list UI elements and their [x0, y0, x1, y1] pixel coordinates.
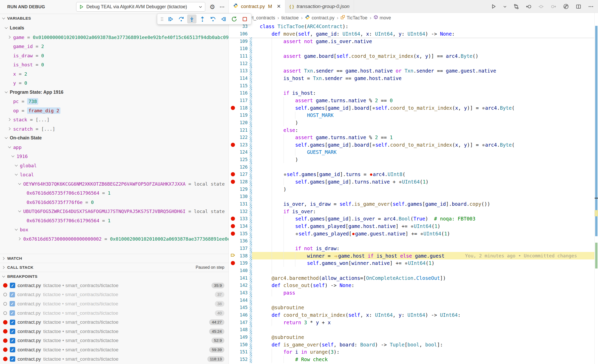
split-editor-button[interactable]	[576, 4, 581, 10]
code-line-118[interactable]: 118 self.games[game_id].board[●self.coor…	[229, 104, 594, 112]
gear-icon[interactable]: ⚙	[209, 4, 215, 10]
breakpoint-checkbox[interactable]: ✓	[10, 320, 15, 325]
code-line-146[interactable]: 146 def coord_to_matrix_index(self, x: U…	[229, 311, 594, 319]
code-line-141[interactable]: 141 @arc4.baremethod(allow_actions=[OnCo…	[229, 274, 594, 282]
tree-row[interactable]: app	[0, 143, 229, 152]
tree-row[interactable]: game_id = 2	[0, 42, 229, 51]
gutter-135[interactable]	[229, 232, 237, 236]
breakpoint-checkbox[interactable]: ✓	[10, 301, 15, 306]
code-line-150[interactable]: 150 def is_game_over(self, board: Board)…	[229, 341, 594, 348]
launch-config-dropdown[interactable]: Debug TEAL via AlgoKit AVM Debugger (tic…	[76, 2, 205, 12]
breakpoint-checkbox[interactable]: ✓	[10, 347, 15, 352]
chevron-right-icon[interactable]	[8, 118, 11, 121]
breakpoint-checkbox[interactable]: ✓	[10, 283, 15, 288]
code-line-33[interactable]: 33class TicTacToe(ARC4Contract):	[229, 23, 594, 30]
gutter-118[interactable]	[229, 106, 237, 110]
tree-row[interactable]: 1916	[0, 152, 229, 161]
navigate-back-button[interactable]	[526, 4, 532, 10]
code-line-136[interactable]: 136	[229, 237, 594, 245]
code-line-124[interactable]: 124 GUEST_MARK	[229, 148, 594, 156]
section-header-call-stack[interactable]: CALL STACK Paused on step	[0, 263, 229, 272]
code-line-128[interactable]: 128 self.games[game_id].turns.native + ●…	[229, 178, 594, 186]
code-line-114[interactable]: 114 is_host = Txn.sender == game.host.na…	[229, 75, 594, 82]
code-line-126[interactable]: 126	[229, 163, 594, 171]
code-line-111[interactable]: 111 assert game.board[self.coord_to_matr…	[229, 52, 594, 60]
breakpoint-checkbox[interactable]: ✓	[10, 338, 15, 343]
code-line-122[interactable]: 122 assert game.turns.native % 2 == 1	[229, 134, 594, 141]
chevron-down-icon[interactable]	[15, 173, 18, 176]
tree-row[interactable]: op = frame_dig 2	[0, 106, 229, 115]
code-line-121[interactable]: 121 else:	[229, 126, 594, 134]
reverse-continue-button[interactable]	[219, 14, 228, 23]
tree-row[interactable]: local	[0, 170, 229, 179]
breadcrumb-item-contract.py[interactable]: contract.py	[305, 15, 334, 21]
tree-row[interactable]: OEYWY64H3D7QK6KCGG6NM2XKKOTZB6BEGZ2P6VAW…	[0, 179, 229, 189]
overview-ruler[interactable]	[594, 13, 598, 364]
code-line-137[interactable]: 137 if not is_draw:	[229, 245, 594, 252]
breakpoint-row[interactable]: ✓contract.pytictactoe • smart_contracts/…	[0, 299, 229, 308]
breakpoint-row[interactable]: ✓contract.pytictactoe • smart_contracts/…	[0, 318, 229, 327]
tree-row[interactable]: 0x67616d65735f776f6e = 0	[0, 198, 229, 207]
code-line-106[interactable]: 106 def move(self, game_id: UInt64, x: U…	[229, 30, 594, 38]
tree-row[interactable]: UBUTQ6FOG5ZWRCI64DUSX7SA6FOGMUJ7STNQVPAJ…	[0, 207, 229, 216]
tree-row[interactable]: box	[0, 225, 229, 234]
code-line-145[interactable]: 145 @subroutine	[229, 304, 594, 311]
breakpoint-checkbox[interactable]: ✓	[10, 329, 15, 334]
tree-row[interactable]: 0x67616d65735f706c61796564 = 1	[0, 216, 229, 225]
chevron-down-icon[interactable]	[5, 136, 8, 140]
code-line-117[interactable]: 117 assert game.turns.native % 2 == 0	[229, 97, 594, 104]
continue-button[interactable]	[166, 14, 175, 23]
run-button[interactable]	[491, 4, 497, 9]
code-line-129[interactable]: 129 )	[229, 185, 594, 193]
breadcrumb-item-TicTacToe[interactable]: TicTacToe	[341, 15, 367, 21]
tree-row[interactable]: game = 0x010000000102010002a0693878ae377…	[0, 33, 229, 42]
breakpoint-row[interactable]: ✓contract.pytictactoe • smart_contracts/…	[0, 345, 229, 354]
gutter-134[interactable]	[229, 224, 237, 228]
code-line-119[interactable]: 119 HOST_MARK	[229, 112, 594, 119]
code-line-134[interactable]: 134 self.games_played[game.host.native] …	[229, 223, 594, 230]
breadcrumb-item-move[interactable]: move	[374, 15, 391, 21]
code-line-116[interactable]: 116 if is_host:	[229, 89, 594, 97]
chevron-down-icon[interactable]	[15, 164, 18, 167]
close-icon[interactable]: ✕	[277, 3, 281, 9]
tree-row[interactable]: 0x67616d65730000000000000002 = 0x0100020…	[0, 234, 229, 244]
gutter-138[interactable]	[229, 253, 237, 258]
tree-row[interactable]: global	[0, 161, 229, 170]
code-line-142[interactable]: 142 def close_out(self) -> None:	[229, 282, 594, 289]
code-line-135[interactable]: 135 ●self.games_played[●game.guest.nativ…	[229, 230, 594, 237]
gutter-127[interactable]	[229, 172, 237, 176]
chevron-down-icon[interactable]	[15, 228, 18, 231]
gutter-139[interactable]	[229, 261, 237, 265]
breakpoint-checkbox[interactable]: ✓	[10, 292, 15, 297]
tree-row[interactable]: On-chain State	[0, 133, 229, 143]
call-graph-button[interactable]	[563, 3, 569, 10]
tree-row[interactable]: is_draw = 0	[0, 51, 229, 60]
restart-button[interactable]	[230, 14, 239, 23]
code-line-143[interactable]: 143 pass	[229, 289, 594, 297]
code-line-152[interactable]: 152 # Row check	[229, 356, 594, 363]
code-area[interactable]: 33class TicTacToe(ARC4Contract):106 def …	[229, 23, 594, 364]
step-into-button[interactable]	[187, 14, 196, 23]
drag-handle[interactable]	[159, 14, 165, 23]
chevron-right-icon[interactable]	[8, 36, 11, 39]
step-over-button[interactable]	[177, 14, 186, 23]
gutter-128[interactable]	[229, 180, 237, 184]
breakpoint-row[interactable]: ✓contract.pytictactoe • smart_contracts/…	[0, 327, 229, 336]
code-line-139[interactable]: 139 self.games_won[winner.native] += ●UI…	[229, 259, 594, 267]
breakpoint-checkbox[interactable]: ✓	[10, 356, 15, 362]
gutter-133[interactable]	[229, 217, 237, 221]
chevron-down-icon[interactable]	[5, 91, 8, 94]
chevron-down-icon[interactable]	[5, 26, 8, 30]
section-header-breakpoints[interactable]: BREAKPOINTS	[0, 272, 229, 281]
step-out-button[interactable]	[198, 14, 207, 23]
breadcrumb-item-tictactoe[interactable]: tictactoe	[281, 15, 299, 21]
code-line-125[interactable]: 125 )	[229, 156, 594, 163]
breakpoint-row[interactable]: ✓contract.pytictactoe • smart_contracts/…	[0, 308, 229, 318]
code-line-147[interactable]: 147 return 3 * y + x	[229, 319, 594, 326]
tree-row[interactable]: is_host = 0	[0, 60, 229, 69]
more-actions-icon[interactable]	[219, 4, 225, 10]
compare-changes-button[interactable]	[513, 4, 519, 10]
chevron-down-icon[interactable]	[18, 182, 21, 186]
tree-row[interactable]: y = 0	[0, 78, 229, 88]
breakpoint-row[interactable]: ✓contract.pytictactoe • smart_contracts/…	[0, 290, 229, 299]
